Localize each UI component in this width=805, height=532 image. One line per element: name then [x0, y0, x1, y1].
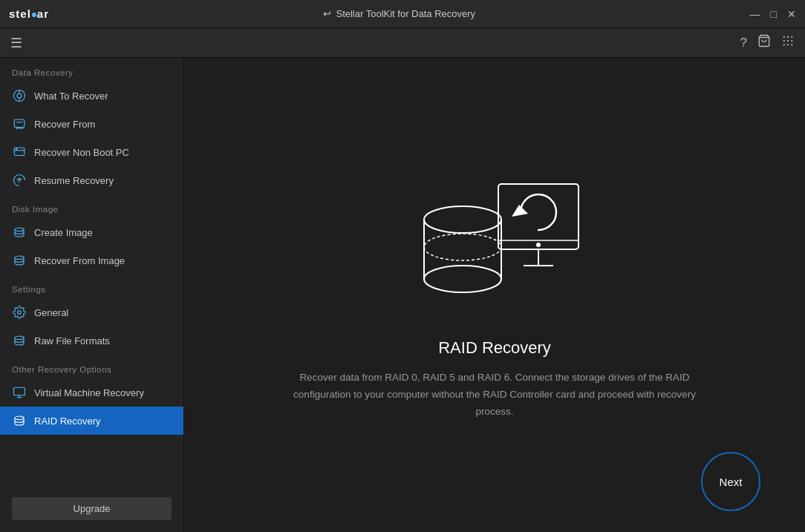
svg-rect-14: [14, 119, 25, 128]
sidebar-item-general[interactable]: General: [0, 298, 183, 326]
sidebar-item-resume-recovery[interactable]: Resume Recovery: [0, 166, 183, 194]
recover-from-icon: [12, 116, 27, 131]
svg-point-3: [791, 36, 792, 38]
toolbar-right: ?: [740, 34, 795, 51]
title-bar-center: ↩ Stellar ToolKit for Data Recovery: [323, 8, 475, 19]
recover-non-boot-icon: [12, 145, 27, 160]
virtual-machine-icon: [12, 385, 27, 400]
resume-recovery-label: Resume Recovery: [34, 175, 114, 186]
sidebar-item-recover-from-image[interactable]: Recover From Image: [0, 246, 183, 275]
svg-point-11: [17, 93, 22, 98]
virtual-machine-label: Virtual Machine Recovery: [34, 387, 144, 398]
sidebar-item-raw-file-formats[interactable]: Raw File Formats: [0, 326, 183, 355]
svg-rect-27: [14, 387, 25, 395]
svg-point-5: [787, 40, 789, 42]
svg-point-23: [15, 228, 24, 231]
create-image-icon: [12, 225, 27, 240]
svg-point-30: [15, 416, 24, 420]
section-data-recovery: Data Recovery: [0, 58, 183, 82]
svg-point-21: [16, 148, 18, 150]
main-description: Recover data from RAID 0, RAID 5 and RAI…: [287, 370, 703, 421]
svg-point-6: [791, 40, 792, 42]
raw-file-formats-label: Raw File Formats: [34, 335, 110, 347]
svg-point-9: [791, 44, 792, 45]
sidebar-item-recover-from[interactable]: Recover From: [0, 110, 183, 138]
recover-from-image-icon: [12, 253, 27, 268]
upgrade-button[interactable]: Upgrade: [12, 497, 172, 520]
svg-point-26: [15, 336, 24, 340]
help-icon[interactable]: ?: [740, 36, 747, 50]
maximize-button[interactable]: □: [771, 8, 777, 20]
toolbar-left: ☰: [10, 35, 22, 51]
app-title: Stellar ToolKit for Data Recovery: [336, 8, 475, 19]
title-bar-controls: — □ ✕: [750, 8, 796, 20]
recover-from-label: Recover From: [34, 119, 95, 130]
sidebar-item-virtual-machine[interactable]: Virtual Machine Recovery: [0, 378, 183, 407]
app-logo: stelar: [9, 7, 49, 20]
minimize-button[interactable]: —: [750, 8, 760, 20]
general-icon: [12, 305, 27, 320]
svg-point-25: [18, 311, 22, 315]
general-label: General: [34, 307, 68, 318]
svg-point-1: [783, 36, 785, 38]
resume-recovery-icon: [12, 173, 27, 188]
title-bar: stelar ↩ Stellar ToolKit for Data Recove…: [0, 0, 805, 28]
main-content: RAID Recovery Recover data from RAID 0, …: [184, 58, 805, 532]
cart-icon[interactable]: [757, 34, 771, 51]
sidebar-item-what-to-recover[interactable]: What To Recover: [0, 82, 183, 110]
menu-icon[interactable]: ☰: [10, 35, 22, 51]
toolbar: ☰ ?: [0, 28, 805, 58]
sidebar-item-raid-recovery[interactable]: RAID Recovery: [0, 407, 183, 435]
main-title: RAID Recovery: [438, 338, 551, 358]
next-button-wrapper: Next: [701, 452, 760, 511]
grid-icon[interactable]: [781, 34, 795, 51]
sidebar-item-create-image[interactable]: Create Image: [0, 218, 183, 246]
section-other: Other Recovery Options: [0, 355, 183, 378]
title-bar-left: stelar: [9, 7, 49, 20]
what-to-recover-label: What To Recover: [34, 91, 108, 102]
section-disk-image: Disk Image: [0, 194, 183, 218]
sidebar: Data Recovery What To Recover: [0, 58, 184, 532]
app-body: Data Recovery What To Recover: [0, 58, 805, 532]
sidebar-item-recover-non-boot[interactable]: Recover Non Boot PC: [0, 138, 183, 166]
raw-file-formats-icon: [12, 333, 27, 348]
svg-point-4: [783, 40, 785, 42]
svg-point-2: [787, 36, 789, 38]
back-icon[interactable]: ↩: [323, 8, 331, 19]
recover-from-image-label: Recover From Image: [34, 255, 125, 266]
svg-point-8: [787, 44, 789, 45]
raid-recovery-illustration: [409, 169, 580, 321]
close-button[interactable]: ✕: [787, 8, 796, 20]
svg-point-31: [424, 206, 501, 233]
raid-recovery-label: RAID Recovery: [34, 416, 101, 427]
what-to-recover-icon: [12, 88, 27, 103]
svg-point-7: [783, 44, 785, 45]
svg-point-36: [424, 234, 501, 260]
section-settings: Settings: [0, 275, 183, 298]
next-button[interactable]: Next: [701, 452, 760, 511]
create-image-label: Create Image: [34, 227, 93, 238]
recover-non-boot-label: Recover Non Boot PC: [34, 147, 129, 158]
svg-marker-42: [512, 205, 528, 217]
svg-point-24: [15, 256, 24, 260]
svg-point-41: [536, 243, 541, 247]
svg-point-35: [424, 266, 501, 292]
raid-recovery-icon: [12, 413, 27, 428]
